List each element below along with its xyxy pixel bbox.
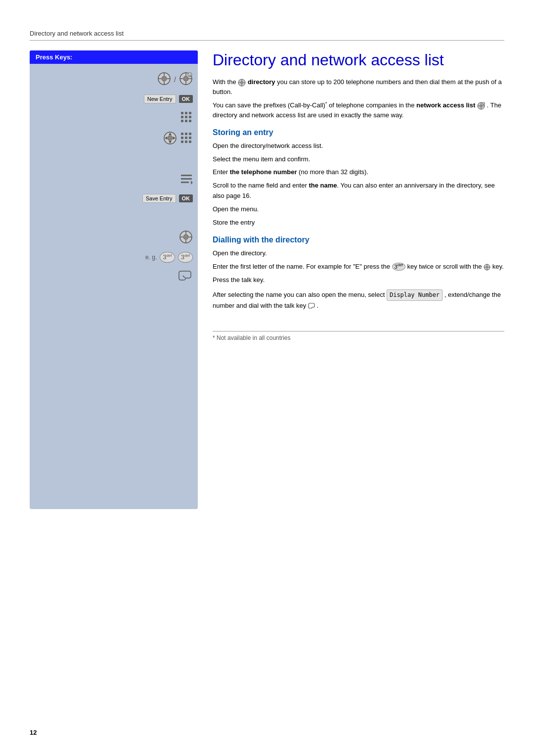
key-row-new-entry: New Entry OK bbox=[30, 90, 198, 108]
bold-name: the name bbox=[309, 182, 337, 189]
directory-icon bbox=[157, 72, 171, 87]
key-3-ref: 3def bbox=[392, 263, 405, 271]
footnote-text: * Not available in all countries bbox=[213, 334, 290, 341]
svg-point-49 bbox=[240, 81, 243, 84]
menu-icon bbox=[180, 172, 193, 187]
page-number: 12 bbox=[30, 729, 37, 736]
step-dial-0: Open the directory. bbox=[213, 249, 267, 257]
key-row-dir-open bbox=[30, 227, 198, 248]
new-entry-label: New Entry bbox=[144, 94, 176, 103]
svg-rect-31 bbox=[189, 133, 191, 135]
svg-rect-21 bbox=[185, 120, 187, 122]
step-text-4: Open the menu. bbox=[213, 205, 259, 213]
key-row-directory-icon: / ⚙ bbox=[30, 69, 198, 90]
step-open-dir-2: Open the directory. bbox=[213, 248, 504, 259]
svg-rect-15 bbox=[185, 112, 187, 114]
key-row-save-entry: Save Entry OK bbox=[30, 189, 198, 207]
page-header: Directory and network access list bbox=[30, 30, 504, 41]
step-open-dir: Open the directory/network access list. bbox=[213, 141, 504, 151]
svg-rect-33 bbox=[185, 137, 187, 139]
key-row-talk bbox=[30, 266, 198, 286]
svg-point-43 bbox=[183, 235, 188, 239]
display-number-btn[interactable]: Display Number bbox=[387, 289, 443, 301]
step-enter-number: Enter the telephone number (no more than… bbox=[213, 167, 504, 178]
key-row-scroll-keypad bbox=[30, 128, 198, 149]
right-panel: Directory and network access list With t… bbox=[208, 50, 504, 509]
directory-inline-icon bbox=[238, 78, 248, 86]
step-text-5: Store the entry bbox=[213, 219, 255, 226]
svg-text:⚙: ⚙ bbox=[483, 103, 484, 105]
network-inline-icon: ⚙ bbox=[477, 102, 487, 109]
svg-rect-30 bbox=[185, 133, 187, 135]
talk-icon bbox=[178, 269, 193, 284]
save-entry-label: Save Entry bbox=[142, 194, 176, 203]
step-text-1: Select the menu item and confirm. bbox=[213, 155, 310, 163]
page-header-text: Directory and network access list bbox=[30, 30, 124, 37]
step-select-confirm: Select the menu item and confirm. bbox=[213, 154, 504, 165]
page-title: Directory and network access list bbox=[213, 50, 504, 69]
svg-point-24 bbox=[168, 136, 173, 141]
footnote-ref: * bbox=[325, 101, 327, 106]
directory-open-icon bbox=[179, 230, 193, 245]
talk-key-icon bbox=[308, 302, 317, 309]
press-keys-body: / ⚙ bbox=[30, 64, 198, 509]
svg-rect-19 bbox=[189, 116, 191, 118]
dir-icon-ref bbox=[484, 263, 492, 270]
keypad-icon bbox=[180, 111, 193, 125]
press-keys-header: Press Keys: bbox=[30, 50, 198, 64]
svg-rect-32 bbox=[181, 137, 183, 139]
section-storing-title: Storing an entry bbox=[213, 128, 504, 137]
svg-rect-35 bbox=[181, 141, 183, 143]
bold-telephone-number: the telephone number bbox=[230, 168, 297, 176]
svg-rect-38 bbox=[181, 175, 192, 176]
step-display-number: After selecting the name you can also op… bbox=[213, 289, 504, 311]
svg-point-7 bbox=[183, 76, 188, 81]
step-press-talk: Press the talk key. bbox=[213, 275, 504, 285]
svg-rect-34 bbox=[189, 137, 191, 139]
svg-rect-18 bbox=[185, 116, 187, 118]
network-access-bold: network access list bbox=[416, 102, 475, 109]
slash-separator: / bbox=[174, 76, 176, 84]
svg-rect-20 bbox=[181, 120, 183, 122]
eg-label: e. g. bbox=[145, 254, 157, 261]
step-open-menu: Open the menu. bbox=[213, 204, 504, 215]
directory-bold: directory bbox=[248, 78, 275, 86]
press-keys-panel: Press Keys: / bbox=[30, 50, 198, 509]
svg-rect-17 bbox=[181, 116, 183, 118]
key-row-keypad bbox=[30, 108, 198, 128]
svg-point-1 bbox=[162, 76, 167, 81]
step-dial-2: Press the talk key. bbox=[213, 276, 265, 284]
svg-rect-22 bbox=[189, 120, 191, 122]
svg-point-63 bbox=[486, 266, 489, 268]
step-scroll-name: Scroll to the name field and enter the n… bbox=[213, 181, 504, 201]
step-text-0: Open the directory/network access list. bbox=[213, 142, 323, 149]
footnote-section: * Not available in all countries bbox=[213, 331, 504, 341]
svg-rect-14 bbox=[181, 112, 183, 114]
svg-rect-36 bbox=[185, 141, 187, 143]
key-row-eg-keys: e. g. 3def 3def bbox=[30, 248, 198, 266]
step-store-entry: Store the entry bbox=[213, 218, 504, 228]
key-3-icon-1: 3def bbox=[160, 252, 175, 262]
svg-rect-40 bbox=[181, 182, 189, 183]
scroll-icon bbox=[163, 131, 177, 146]
svg-rect-16 bbox=[189, 112, 191, 114]
new-entry-ok: OK bbox=[179, 95, 193, 103]
step-enter-letter: Enter the first letter of the name. For … bbox=[213, 262, 504, 272]
save-entry-ok: OK bbox=[179, 194, 193, 202]
section-dialling-title: Dialling with the directory bbox=[213, 236, 504, 244]
key-3-icon-2: 3def bbox=[178, 252, 193, 262]
svg-marker-41 bbox=[191, 181, 193, 185]
keypad-icon-2 bbox=[180, 132, 193, 146]
intro-paragraph-1: With the directory you can store up to 2… bbox=[213, 77, 504, 96]
svg-rect-37 bbox=[189, 141, 191, 143]
svg-point-55 bbox=[480, 104, 483, 107]
svg-rect-39 bbox=[181, 178, 192, 180]
press-keys-label: Press Keys: bbox=[36, 53, 72, 61]
network-icon: ⚙ bbox=[179, 72, 193, 87]
intro-paragraph-2: You can save the prefixes (Call-by-Call)… bbox=[213, 100, 504, 120]
svg-rect-29 bbox=[181, 133, 183, 135]
key-row-menu bbox=[30, 169, 198, 189]
